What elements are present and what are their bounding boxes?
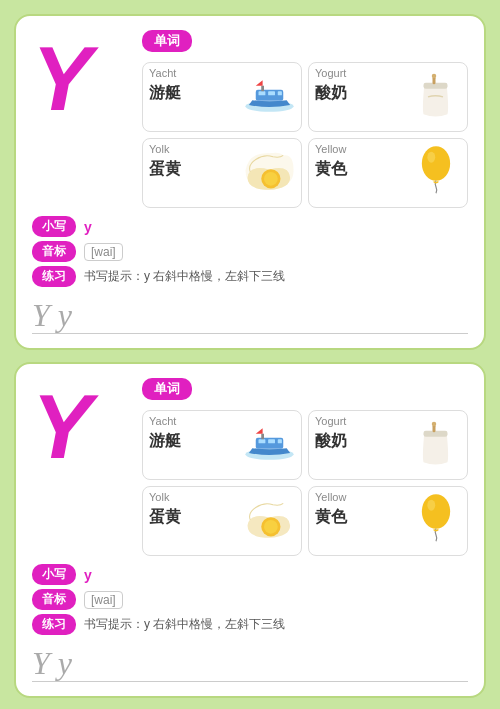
info-row-yinbiao-1: 音标 [wai]	[32, 241, 468, 262]
word-english-yolk-2: Yolk	[149, 491, 169, 503]
writing-sample-1: Y y	[32, 299, 72, 331]
word-card-yogurt-2: Yogurt 酸奶	[308, 410, 468, 480]
info-row-xiaoxie-1: 小写 y	[32, 216, 468, 237]
writing-area-1: Y y	[32, 295, 468, 334]
word-card-yellow-2: Yellow 黄色	[308, 486, 468, 556]
svg-rect-2	[259, 91, 266, 95]
writing-sample-2: Y y	[32, 647, 72, 679]
svg-point-8	[432, 73, 437, 78]
word-chinese-yellow-1: 黄色	[315, 159, 347, 180]
writing-hint-2: 书写提示：y 右斜中格慢，左斜下三线	[84, 616, 285, 633]
writing-area-2: Y y	[32, 643, 468, 682]
word-chinese-yacht-1: 游艇	[149, 83, 181, 104]
svg-rect-18	[261, 433, 264, 439]
egg-icon-1	[242, 143, 297, 198]
info-row-xiaoxie-2: 小写 y	[32, 564, 468, 585]
info-row-yinbiao-2: 音标 [wai]	[32, 589, 468, 610]
balloon-icon-1	[408, 143, 463, 198]
card-top-2: Y 单词 Yacht	[32, 378, 468, 556]
words-grid-1: Yacht 游艇	[142, 62, 468, 208]
word-chinese-yellow-2: 黄色	[315, 507, 347, 528]
word-card-yolk-1: Yolk 蛋黄	[142, 138, 302, 208]
svg-rect-17	[278, 439, 282, 443]
words-title-bar-2: 单词	[142, 378, 468, 400]
words-section-2: 单词 Yacht	[142, 378, 468, 556]
card-1: Y 单词 Yacht	[14, 14, 486, 350]
svg-rect-19	[424, 430, 448, 436]
egg-icon-2	[242, 491, 297, 546]
svg-rect-16	[268, 439, 275, 443]
words-grid-2: Yacht 游艇	[142, 410, 468, 556]
balloon-icon-2	[408, 491, 463, 546]
value-yinbiao-1: [wai]	[84, 243, 123, 261]
word-english-yogurt-1: Yogurt	[315, 67, 346, 79]
value-xiaoxie-2: y	[84, 567, 92, 583]
svg-point-10	[264, 172, 278, 186]
badge-lianxi-2: 练习	[32, 614, 76, 635]
badge-xiaoxie-1: 小写	[32, 216, 76, 237]
word-english-yacht-1: Yacht	[149, 67, 176, 79]
words-title-2: 单词	[142, 378, 192, 400]
svg-point-25	[427, 500, 435, 511]
word-english-yellow-2: Yellow	[315, 491, 346, 503]
svg-point-24	[421, 494, 449, 529]
word-card-yogurt-1: Yogurt 酸奶	[308, 62, 468, 132]
svg-rect-4	[278, 91, 282, 95]
yogurt-icon-2	[408, 415, 463, 470]
svg-rect-6	[424, 82, 448, 88]
word-chinese-yolk-1: 蛋黄	[149, 159, 181, 180]
svg-rect-5	[261, 85, 264, 91]
word-chinese-yogurt-2: 酸奶	[315, 431, 347, 452]
word-card-yolk-2: Yolk 蛋黄	[142, 486, 302, 556]
word-english-yacht-2: Yacht	[149, 415, 176, 427]
card-top-1: Y 单词 Yacht	[32, 30, 468, 208]
word-card-yellow-1: Yellow 黄色	[308, 138, 468, 208]
writing-hint-1: 书写提示：y 右斜中格慢，左斜下三线	[84, 268, 285, 285]
big-letter-2: Y	[32, 378, 132, 472]
word-english-yolk-1: Yolk	[149, 143, 169, 155]
info-row-lianxi-2: 练习 书写提示：y 右斜中格慢，左斜下三线	[32, 614, 468, 635]
badge-lianxi-1: 练习	[32, 266, 76, 287]
boat-icon-2	[242, 415, 297, 470]
svg-point-11	[421, 146, 449, 181]
words-title-bar-1: 单词	[142, 30, 468, 52]
badge-yinbiao-1: 音标	[32, 241, 76, 262]
card-bottom-1: 小写 y 音标 [wai] 练习 书写提示：y 右斜中格慢，左斜下三线 Y y	[32, 216, 468, 334]
svg-point-23	[264, 520, 278, 534]
word-english-yogurt-2: Yogurt	[315, 415, 346, 427]
badge-yinbiao-2: 音标	[32, 589, 76, 610]
word-card-yacht-2: Yacht 游艇	[142, 410, 302, 480]
word-card-yacht-1: Yacht 游艇	[142, 62, 302, 132]
words-title-1: 单词	[142, 30, 192, 52]
word-english-yellow-1: Yellow	[315, 143, 346, 155]
yogurt-icon-1	[408, 67, 463, 122]
svg-rect-3	[268, 91, 275, 95]
card-2: Y 单词 Yacht	[14, 362, 486, 698]
word-chinese-yacht-2: 游艇	[149, 431, 181, 452]
svg-point-21	[432, 421, 437, 426]
boat-icon-1	[242, 67, 297, 122]
value-xiaoxie-1: y	[84, 219, 92, 235]
info-row-lianxi-1: 练习 书写提示：y 右斜中格慢，左斜下三线	[32, 266, 468, 287]
svg-point-12	[427, 152, 435, 163]
card-bottom-2: 小写 y 音标 [wai] 练习 书写提示：y 右斜中格慢，左斜下三线 Y y	[32, 564, 468, 682]
word-chinese-yogurt-1: 酸奶	[315, 83, 347, 104]
badge-xiaoxie-2: 小写	[32, 564, 76, 585]
value-yinbiao-2: [wai]	[84, 591, 123, 609]
word-chinese-yolk-2: 蛋黄	[149, 507, 181, 528]
big-letter-1: Y	[32, 30, 132, 124]
svg-rect-15	[259, 439, 266, 443]
words-section-1: 单词 Yacht	[142, 30, 468, 208]
